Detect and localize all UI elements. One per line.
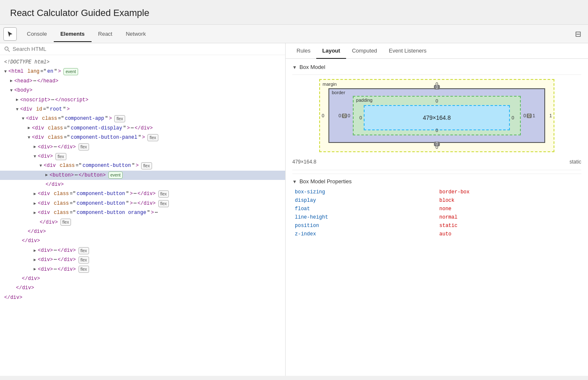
page-title: React Calculator Guided Example [0, 0, 588, 24]
outer-left-0: 0 [339, 113, 341, 118]
prop-value: none [437, 205, 581, 213]
toolbar: Console Elements React Network ⊟ [0, 25, 588, 43]
border-box: border 0 0 0 0 0 [328, 88, 545, 143]
event-badge: event [63, 68, 78, 75]
tree-line[interactable]: ▶ <div class="component-button orange" >… [0, 208, 285, 217]
tab-console[interactable]: Console [20, 26, 54, 42]
tree-line[interactable]: ▶ <div>⋯</div> flex [0, 246, 285, 255]
flex-badge: flex [79, 143, 89, 150]
search-icon [4, 46, 10, 52]
tab-event-listeners[interactable]: Event Listeners [383, 43, 433, 59]
table-row: float none [292, 205, 581, 213]
table-row: display block [292, 196, 581, 205]
margin-right-value: 1 [549, 113, 552, 118]
prop-name: line-height [292, 213, 437, 222]
margin-label: margin [323, 82, 337, 87]
tree-line[interactable]: ▼ <div id="root" > [0, 105, 285, 114]
border-top-badge: 0 [434, 85, 440, 90]
content-box: 479×164.8 [364, 105, 510, 130]
tree-line[interactable]: </div> [0, 180, 285, 189]
toolbar-right: ⊟ [572, 28, 585, 40]
prop-name: display [292, 196, 437, 205]
table-row: box-sizing border-box [292, 188, 581, 196]
tree-line[interactable]: </div> [0, 236, 285, 245]
flex-badge: flex [114, 115, 125, 122]
tree-line[interactable]: ▼ <body> [0, 86, 285, 95]
divider [292, 74, 581, 75]
prop-name: float [292, 205, 437, 213]
margin-box: margin 0 0 0 1 border 0 0 [319, 79, 554, 152]
table-row: z-index auto [292, 230, 581, 238]
tree-line[interactable]: </div> flex [0, 218, 285, 227]
tree-line[interactable]: </div> [0, 283, 285, 293]
tree-line[interactable]: ▶ <noscript>⋯</noscript> [0, 95, 285, 105]
chevron-down-icon-props: ▼ [292, 179, 297, 184]
tree-line[interactable]: ▼ <div class="component-app" > flex [0, 114, 285, 123]
tree-line[interactable]: ▼ <div class="component-button" > flex [0, 161, 285, 170]
padding-left-value: 0 [358, 115, 364, 120]
padding-box: padding 0 0 0 479×164.8 [353, 96, 521, 135]
border-right-badge: 0 [527, 113, 532, 118]
tab-react[interactable]: React [92, 26, 119, 42]
tab-computed[interactable]: Computed [346, 43, 383, 59]
inner-left-0: 0 [348, 113, 350, 118]
padding-label: padding [356, 98, 373, 103]
outer-right-1: 1 [533, 113, 535, 118]
chevron-down-icon: ▼ [292, 65, 297, 70]
tree-line[interactable]: ▶ <div class="component-button" >⋯</div>… [0, 199, 285, 208]
right-panel: Rules Layout Computed Event Listeners ▼ … [286, 43, 588, 376]
divider [292, 170, 581, 170]
tree-line[interactable]: <!DOCTYPE html> [0, 58, 285, 67]
content-size: 479×164.8 [423, 114, 451, 121]
tree-line[interactable]: ▶ <div class="component-display" >⋯</div… [0, 124, 285, 133]
box-model-header: ▼ Box Model [292, 64, 581, 70]
prop-name: z-index [292, 230, 437, 238]
padding-top-value: 0 [436, 98, 438, 103]
flex-badge: flex [79, 266, 89, 273]
tree-line[interactable]: </div> [0, 274, 285, 283]
tree-line[interactable]: ▼ <div class="component-button-panel" > … [0, 133, 285, 142]
html-panel: <!DOCTYPE html> ▼ <html lang="en" > even… [0, 43, 286, 376]
tree-line[interactable]: ▶ <div>⋯</div> flex [0, 142, 285, 152]
tree-line[interactable]: </div> [0, 293, 285, 302]
prop-value: block [437, 196, 581, 205]
search-input[interactable] [13, 46, 281, 52]
split-view-icon[interactable]: ⊟ [572, 28, 585, 40]
prop-name: position [292, 222, 437, 230]
prop-value: auto [437, 230, 581, 238]
tree-line[interactable]: </div> [0, 227, 285, 236]
tree-line[interactable]: ▶ <div class="component-button" >⋯</div>… [0, 189, 285, 198]
prop-value: border-box [437, 188, 581, 196]
svg-point-0 [5, 47, 8, 50]
tab-network[interactable]: Network [119, 26, 152, 42]
tree-line[interactable]: ▼ <div> flex [0, 152, 285, 161]
tree-line-selected[interactable]: ▶ <button>⋯</button> event [0, 171, 285, 180]
prop-value: static [437, 222, 581, 230]
prop-name: box-sizing [292, 188, 437, 196]
table-row: position static [292, 222, 581, 230]
box-model-properties-header: ▼ Box Model Properties [292, 174, 581, 185]
html-tree: <!DOCTYPE html> ▼ <html lang="en" > even… [0, 55, 285, 376]
flex-badge: flex [60, 219, 71, 226]
tab-rules[interactable]: Rules [291, 43, 316, 59]
border-bottom-badge: 0 [434, 142, 440, 146]
flex-badge: flex [147, 134, 158, 141]
padding-right-value: 0 [510, 115, 516, 120]
tree-line[interactable]: ▶ <head>⋯</head> [0, 77, 285, 86]
flex-badge: flex [79, 247, 89, 254]
search-bar [0, 43, 285, 55]
inner-right-0: 0 [523, 113, 526, 118]
tree-line[interactable]: ▶ <div>⋯</div> flex [0, 265, 285, 274]
flex-badge: flex [79, 256, 89, 264]
box-model-properties-title: Box Model Properties [299, 178, 352, 185]
box-model-visualization: margin 0 0 0 1 border 0 0 [319, 79, 554, 152]
devtools-container: Console Elements React Network ⊟ <!DOCTY… [0, 24, 588, 376]
right-content: ▼ Box Model margin 0 0 0 1 [286, 59, 588, 376]
margin-left-value: 0 [322, 113, 324, 118]
tree-line[interactable]: ▶ <div>⋯</div> flex [0, 255, 285, 264]
tab-layout[interactable]: Layout [316, 43, 346, 59]
tab-elements[interactable]: Elements [54, 26, 92, 42]
cursor-icon[interactable] [3, 27, 17, 41]
tree-line[interactable]: ▼ <html lang="en" > event [0, 67, 285, 76]
right-tabs: Rules Layout Computed Event Listeners [286, 43, 588, 59]
